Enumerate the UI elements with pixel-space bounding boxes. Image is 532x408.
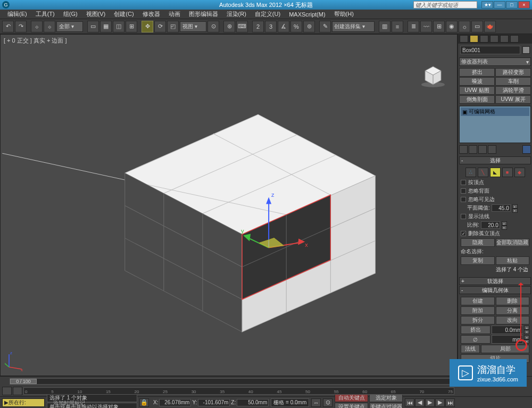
local-button[interactable]: 局部 bbox=[481, 345, 529, 353]
polygon-level-button[interactable]: ■ bbox=[502, 168, 513, 177]
face-level-button[interactable]: ◣ bbox=[490, 168, 501, 177]
render-setup-button[interactable]: ☼ bbox=[459, 21, 470, 32]
motion-tab[interactable] bbox=[490, 35, 498, 43]
chamfer-amount-input[interactable]: mm bbox=[492, 335, 523, 344]
unlink-button[interactable]: ⟐ bbox=[44, 21, 55, 32]
time-slider-knob[interactable]: 0 / 100 bbox=[10, 379, 37, 384]
x-coord-input[interactable]: 26.078mm bbox=[159, 399, 191, 406]
normal-button[interactable]: 法线 bbox=[461, 345, 480, 353]
rotate-button[interactable]: ⟳ bbox=[154, 21, 166, 32]
scale-button[interactable]: ◰ bbox=[167, 21, 179, 32]
make-unique-button[interactable] bbox=[478, 145, 487, 154]
maximize-button[interactable]: □ bbox=[506, 1, 518, 9]
key-filters-button[interactable]: 关键点过滤器 bbox=[369, 403, 403, 408]
menu-item[interactable]: 自定义(U) bbox=[251, 10, 285, 18]
rendered-frame-button[interactable]: ▭ bbox=[471, 21, 483, 32]
track-toggle-2[interactable] bbox=[13, 387, 22, 395]
modifier-quick-button[interactable]: 路径变形 bbox=[495, 68, 531, 77]
expand-icon[interactable]: ▣ bbox=[462, 109, 467, 115]
close-button[interactable]: × bbox=[518, 1, 530, 9]
snap-2d-button[interactable]: 2 bbox=[252, 21, 264, 32]
modifier-quick-button[interactable]: UVW 贴图 bbox=[459, 86, 495, 95]
render-button[interactable]: 🫖 bbox=[484, 21, 496, 32]
isolate-button[interactable]: ↔ bbox=[311, 398, 321, 407]
menu-item[interactable]: 帮助(H) bbox=[330, 10, 358, 18]
menu-item[interactable]: 动画 bbox=[164, 10, 185, 18]
modifier-quick-button[interactable]: UVW 展开 bbox=[495, 95, 531, 104]
curve-editor-button[interactable]: 〰 bbox=[420, 21, 432, 32]
track-toggle-1[interactable] bbox=[2, 387, 12, 395]
goto-end-button[interactable]: ⏭ bbox=[445, 398, 455, 407]
soft-selection-header[interactable]: +软选择 bbox=[459, 277, 531, 285]
align-button[interactable]: ≡ bbox=[392, 21, 403, 32]
link-button[interactable]: ⟐ bbox=[31, 21, 43, 32]
time-config-button[interactable]: ⊙ bbox=[323, 398, 332, 407]
paste-selection-button[interactable]: 粘贴 bbox=[496, 256, 530, 265]
select-object-button[interactable]: ▭ bbox=[87, 21, 99, 32]
create-tab[interactable] bbox=[460, 35, 468, 43]
prev-frame-button[interactable]: ◀ bbox=[415, 398, 425, 407]
utilities-tab[interactable] bbox=[510, 35, 519, 43]
app-icon[interactable]: G bbox=[2, 1, 10, 9]
pin-stack-button[interactable] bbox=[459, 145, 468, 154]
time-slider[interactable]: 0 / 100 bbox=[10, 378, 453, 385]
display-tab[interactable] bbox=[500, 35, 509, 43]
spinner-snap-button[interactable]: ⊚ bbox=[303, 21, 315, 32]
menu-item[interactable]: MAXScript(M) bbox=[285, 11, 329, 18]
y-coord-input[interactable]: -101.607m bbox=[198, 399, 230, 406]
hide-button[interactable]: 隐藏 bbox=[461, 238, 495, 247]
modifier-stack[interactable]: ▣ 可编辑网格 bbox=[459, 106, 531, 143]
menu-item[interactable]: 组(G) bbox=[59, 10, 82, 18]
add-time-tag-label[interactable]: 添加时间标记 bbox=[53, 399, 85, 407]
plane-threshold-spinner[interactable]: ▴▾ bbox=[512, 204, 518, 212]
menu-item[interactable]: 渲染(R) bbox=[222, 10, 251, 18]
extrude-amount-input[interactable]: 0.0mm bbox=[492, 326, 523, 334]
ignore-backface-checkbox[interactable] bbox=[461, 188, 466, 194]
break-button[interactable]: 拆分 bbox=[461, 316, 495, 324]
vertex-level-button[interactable]: ∴ bbox=[466, 168, 476, 177]
edit-geometry-header[interactable]: -编辑几何体 bbox=[459, 286, 531, 294]
chamfer-spinner[interactable]: ▴▾ bbox=[524, 335, 529, 344]
keyboard-shortcut-button[interactable]: ⌨ bbox=[236, 21, 248, 32]
turn-button[interactable]: 改向 bbox=[496, 316, 530, 324]
edge-level-button[interactable]: ╲ bbox=[478, 168, 488, 177]
view-cube[interactable] bbox=[420, 61, 446, 88]
redo-button[interactable]: ↷ bbox=[15, 21, 27, 32]
modifier-list-dropdown[interactable]: 修改器列表 bbox=[459, 57, 531, 66]
lock-selection-button[interactable]: 🔒 bbox=[139, 398, 149, 407]
next-frame-button[interactable]: ▶ bbox=[435, 398, 445, 407]
selection-filter-dropdown[interactable]: 全部 ▾ bbox=[56, 21, 83, 32]
configure-sets-button[interactable] bbox=[522, 145, 531, 154]
selection-rollout-header[interactable]: -选择 bbox=[459, 156, 531, 164]
menu-item[interactable]: 工具(T) bbox=[31, 10, 59, 18]
hierarchy-tab[interactable] bbox=[480, 35, 488, 43]
unhide-all-button[interactable]: 全部取消隐藏 bbox=[496, 238, 530, 247]
menu-item[interactable]: 编辑(E) bbox=[3, 10, 31, 18]
track-bar[interactable]: 051015202530354045505560657075 bbox=[23, 387, 454, 395]
minimize-button[interactable]: — bbox=[494, 1, 505, 9]
angle-snap-button[interactable]: ∡ bbox=[278, 21, 289, 32]
help-search-input[interactable]: 键入关键字或短语 bbox=[413, 1, 477, 9]
extrude-spinner[interactable]: ▴▾ bbox=[524, 326, 529, 334]
menu-item[interactable]: 创建(C) bbox=[110, 10, 138, 18]
move-button[interactable]: ✥ bbox=[142, 21, 153, 32]
edit-named-sel-button[interactable]: ✎ bbox=[319, 21, 331, 32]
auto-key-button[interactable]: 自动关键点 bbox=[335, 394, 368, 402]
plane-threshold-input[interactable]: 45.0 bbox=[492, 204, 511, 212]
window-crossing-button[interactable]: ⊞ bbox=[126, 21, 137, 32]
copy-selection-button[interactable]: 复制 bbox=[461, 256, 495, 265]
layer-button[interactable]: ≣ bbox=[408, 21, 419, 32]
modifier-quick-button[interactable]: 倒角剖面 bbox=[459, 95, 495, 104]
snap-3d-button[interactable]: 3 bbox=[265, 21, 277, 32]
normal-scale-input[interactable]: 20.0 bbox=[481, 221, 500, 229]
modifier-stack-item[interactable]: ▣ 可编辑网格 bbox=[461, 107, 529, 116]
object-name-input[interactable]: Box001 bbox=[460, 46, 520, 54]
delete-isolated-checkbox[interactable] bbox=[461, 231, 466, 236]
show-end-result-button[interactable] bbox=[469, 145, 477, 154]
normal-scale-spinner[interactable]: ▴▾ bbox=[502, 221, 507, 229]
detach-button[interactable]: 分离 bbox=[496, 306, 530, 315]
modifier-quick-button[interactable]: 车削 bbox=[495, 77, 531, 86]
named-selection-dropdown[interactable]: 创建选择集 ▾ bbox=[332, 21, 375, 32]
object-color-swatch[interactable] bbox=[522, 46, 530, 54]
menu-item[interactable]: 视图(V) bbox=[82, 10, 110, 18]
